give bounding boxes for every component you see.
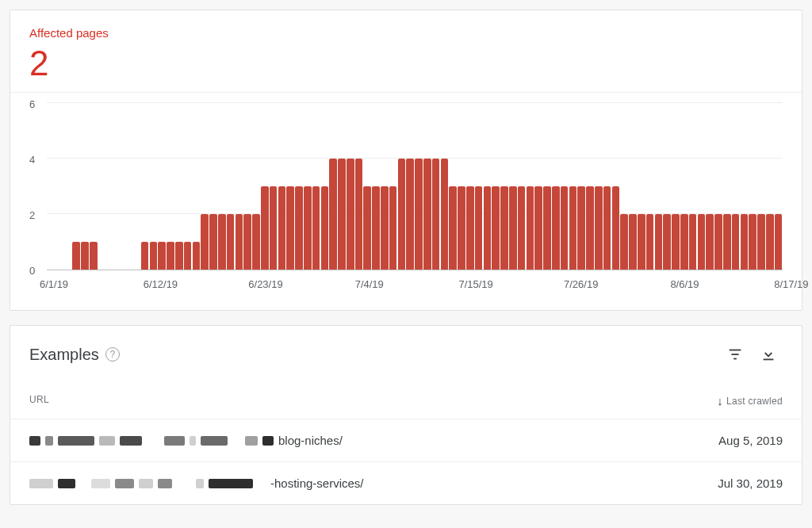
bar[interactable] [569,186,577,270]
bar[interactable] [398,159,406,270]
bar[interactable] [141,242,149,270]
bar[interactable] [518,186,526,270]
bar[interactable] [355,159,363,270]
bar[interactable] [500,186,508,270]
last-crawled-cell: Aug 5, 2019 [718,434,783,447]
bar[interactable] [167,242,174,270]
help-icon[interactable]: ? [105,347,120,362]
bar[interactable] [381,186,389,270]
bar[interactable] [175,242,183,270]
sort-arrow-icon: ↓ [717,394,723,407]
bar[interactable] [304,186,312,270]
bar[interactable] [338,159,346,270]
bar[interactable] [90,242,98,270]
bar[interactable] [595,186,603,270]
svg-rect-3 [764,359,774,361]
bar[interactable] [527,186,534,270]
bar[interactable] [577,186,585,270]
col-url: URL [29,394,717,407]
bar[interactable] [689,214,697,270]
bar[interactable] [295,186,303,270]
bar[interactable] [672,214,680,270]
bar[interactable] [372,186,380,270]
bar[interactable] [475,186,483,270]
bar[interactable] [449,186,457,270]
bar[interactable] [158,242,166,270]
bar[interactable] [620,214,628,270]
bar[interactable] [201,214,209,270]
bar[interactable] [561,186,569,270]
bar[interactable] [509,186,517,270]
bar[interactable] [252,214,260,270]
bar[interactable] [227,214,235,270]
table-header: URL ↓ Last crawled [10,377,802,419]
bar[interactable] [458,186,465,270]
bar[interactable] [646,214,654,270]
bar[interactable] [347,159,354,270]
bar[interactable] [655,214,663,270]
bar[interactable] [612,186,620,270]
bar[interactable] [766,214,774,270]
bar[interactable] [278,186,286,270]
bar[interactable] [638,214,645,270]
bar[interactable] [534,186,542,270]
bar[interactable] [321,186,329,270]
bar[interactable] [261,186,269,270]
bar[interactable] [714,214,722,270]
bar[interactable] [741,214,749,270]
bar[interactable] [312,186,320,270]
table-row[interactable]: -hosting-services/ Jul 30, 2019 [10,461,802,504]
y-axis: 0246 [29,104,47,270]
bar[interactable] [193,242,201,270]
bar[interactable] [329,159,337,270]
bar[interactable] [81,242,89,270]
bar[interactable] [363,186,371,270]
bar[interactable] [663,214,671,270]
bar[interactable] [270,186,278,270]
col-last-crawled[interactable]: ↓ Last crawled [717,394,783,407]
download-icon[interactable] [754,340,783,369]
url-cell: blog-niches/ [29,434,718,447]
bar[interactable] [243,214,251,270]
bar[interactable] [586,186,594,270]
examples-header: Examples ? [10,326,802,377]
bar[interactable] [432,159,440,270]
bar[interactable] [732,214,740,270]
y-tick: 4 [29,154,35,166]
bar[interactable] [389,186,397,270]
filter-icon[interactable] [721,340,749,369]
metric-block: Affected pages 2 [10,10,802,92]
bar[interactable] [603,186,611,270]
bar[interactable] [72,242,80,270]
bar[interactable] [150,242,158,270]
last-crawled-cell: Jul 30, 2019 [718,476,783,490]
bar[interactable] [423,159,431,270]
x-tick: 8/6/19 [670,278,699,290]
bar[interactable] [629,214,637,270]
bar[interactable] [209,214,217,270]
bar[interactable] [552,186,560,270]
bar[interactable] [706,214,714,270]
bar[interactable] [466,186,474,270]
metric-value: 2 [29,44,783,82]
bar[interactable] [218,214,226,270]
bar[interactable] [543,186,551,270]
bar-chart[interactable] [47,104,783,270]
bar[interactable] [680,214,688,270]
bar[interactable] [184,242,192,270]
bar[interactable] [441,159,449,270]
bar[interactable] [492,186,500,270]
table-row[interactable]: blog-niches/ Aug 5, 2019 [10,419,802,461]
bar[interactable] [484,186,492,270]
bar[interactable] [775,214,783,270]
url-cell: -hosting-services/ [29,476,718,490]
bar[interactable] [757,214,765,270]
bar[interactable] [406,159,414,270]
bar[interactable] [236,214,243,270]
bar[interactable] [723,214,731,270]
bar[interactable] [749,214,756,270]
y-tick: 2 [29,209,35,221]
bar[interactable] [415,159,423,270]
bar[interactable] [286,186,294,270]
bar[interactable] [698,214,706,270]
